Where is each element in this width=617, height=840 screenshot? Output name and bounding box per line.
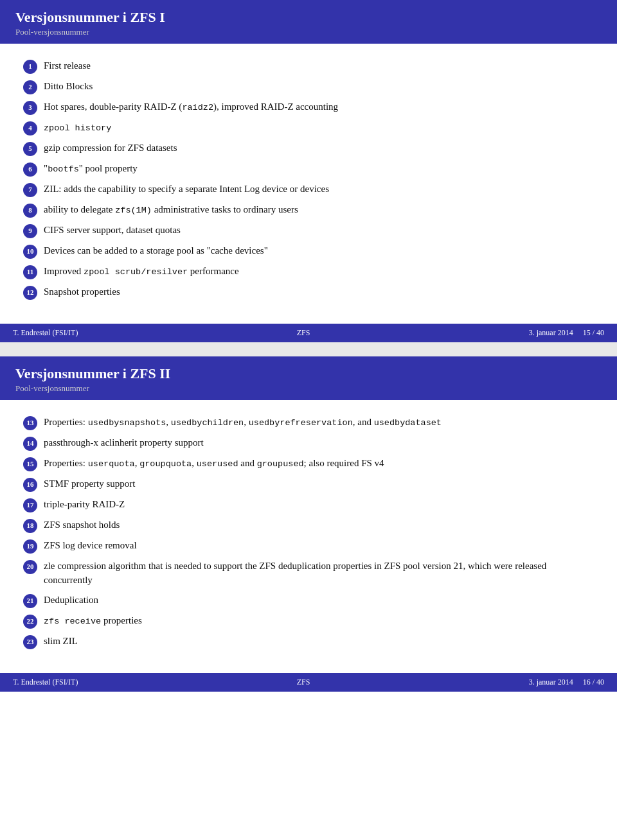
code-userquota: userquota (88, 459, 135, 469)
list-item: 20 zle compression algorithm that is nee… (23, 559, 594, 588)
list-item: 6 "bootfs" pool property (23, 162, 594, 177)
code-usedbychildren: usedbychildren (171, 418, 244, 428)
item-text: ZFS log device removal (44, 539, 594, 553)
footer-right: 3. januar 2014 15 / 40 (529, 328, 604, 338)
item-text: Properties: usedbysnapshots, usedbychild… (44, 416, 594, 430)
slide-1-subtitle: Pool-versjonsnummer (15, 27, 602, 37)
item-number: 16 (23, 478, 37, 492)
code-zpool-scrub: zpool scrub/resilver (84, 267, 188, 277)
list-item: 5 gzip compression for ZFS datasets (23, 141, 594, 156)
list-item: 3 Hot spares, double-parity RAID-Z (raid… (23, 100, 594, 115)
item-number: 22 (23, 615, 37, 629)
list-item: 18 ZFS snapshot holds (23, 518, 594, 533)
slide-1-title: Versjonsnummer i ZFS I (15, 9, 602, 26)
item-number: 11 (23, 265, 37, 279)
item-number: 21 (23, 594, 37, 608)
item-number: 9 (23, 224, 37, 238)
slide-2-list: 13 Properties: usedbysnapshots, usedbych… (23, 416, 594, 649)
item-text: zle compression algorithm that is needed… (44, 559, 594, 588)
item-text: Properties: userquota, groupquota, useru… (44, 457, 594, 471)
code-zfs1m: zfs(1M) (115, 206, 152, 215)
slide-1-header: Versjonsnummer i ZFS I Pool-versjonsnumm… (0, 0, 617, 44)
footer-left: T. Endrestøl (FSI/IT) (13, 678, 78, 687)
item-text: STMF property support (44, 477, 594, 491)
item-text: Ditto Blocks (44, 80, 594, 94)
item-number: 7 (23, 183, 37, 197)
item-number: 12 (23, 286, 37, 300)
slide-1-body: 1 First release 2 Ditto Blocks 3 Hot spa… (0, 59, 617, 312)
item-text: Hot spares, double-parity RAID-Z (raidz2… (44, 100, 594, 114)
item-text: zfs receive properties (44, 614, 594, 628)
item-number: 2 (23, 80, 37, 94)
item-text: First release (44, 59, 594, 73)
code-usedbydataset: usedbydataset (374, 418, 442, 428)
code-zpool-history: zpool history (44, 123, 111, 133)
slide-2-footer: T. Endrestøl (FSI/IT) ZFS 3. januar 2014… (0, 673, 617, 692)
slide-1: Versjonsnummer i ZFS I Pool-versjonsnumm… (0, 0, 617, 342)
list-item: 4 zpool history (23, 121, 594, 136)
item-number: 18 (23, 519, 37, 533)
item-text: ZFS snapshot holds (44, 518, 594, 532)
item-number: 14 (23, 437, 37, 451)
slide-2-body: 13 Properties: usedbysnapshots, usedbych… (0, 416, 617, 661)
list-item: 22 zfs receive properties (23, 614, 594, 629)
slide-1-list: 1 First release 2 Ditto Blocks 3 Hot spa… (23, 59, 594, 300)
list-item: 21 Deduplication (23, 593, 594, 608)
item-text: Snapshot properties (44, 285, 594, 299)
item-text: Deduplication (44, 593, 594, 608)
item-number: 6 (23, 162, 37, 177)
list-item: 1 First release (23, 59, 594, 74)
code-userused: userused (197, 459, 238, 469)
list-item: 13 Properties: usedbysnapshots, usedbych… (23, 416, 594, 430)
code-zfs-receive: zfs receive (44, 617, 101, 626)
item-number: 15 (23, 457, 37, 471)
slide-2-subtitle: Pool-versjonsnummer (15, 383, 602, 394)
item-number: 23 (23, 635, 37, 649)
item-text: CIFS server support, dataset quotas (44, 223, 594, 238)
item-text: slim ZIL (44, 634, 594, 649)
item-number: 20 (23, 560, 37, 574)
item-number: 8 (23, 204, 37, 218)
item-text: ZIL: adds the capability to specify a se… (44, 182, 594, 197)
item-text: triple-parity RAID-Z (44, 498, 594, 512)
list-item: 9 CIFS server support, dataset quotas (23, 223, 594, 238)
list-item: 8 ability to delegate zfs(1M) administra… (23, 203, 594, 218)
list-item: 12 Snapshot properties (23, 285, 594, 300)
list-item: 23 slim ZIL (23, 634, 594, 649)
code-raidz2: raidz2 (182, 103, 213, 112)
slide-2: Versjonsnummer i ZFS II Pool-versjonsnum… (0, 356, 617, 692)
item-number: 5 (23, 142, 37, 156)
list-item: 16 STMF property support (23, 477, 594, 492)
list-item: 15 Properties: userquota, groupquota, us… (23, 457, 594, 471)
slide-1-footer: T. Endrestøl (FSI/IT) ZFS 3. januar 2014… (0, 324, 617, 342)
item-text: passthrough-x aclinherit property suppor… (44, 436, 594, 450)
item-number: 10 (23, 245, 37, 259)
list-item: 10 Devices can be added to a storage poo… (23, 244, 594, 259)
code-groupused: groupused (257, 459, 304, 469)
item-number: 19 (23, 539, 37, 554)
slide-2-header: Versjonsnummer i ZFS II Pool-versjonsnum… (0, 356, 617, 400)
item-text: "bootfs" pool property (44, 162, 594, 176)
footer-right: 3. januar 2014 16 / 40 (529, 678, 604, 687)
item-number: 3 (23, 101, 37, 115)
item-number: 13 (23, 416, 37, 430)
item-number: 17 (23, 498, 37, 512)
list-item: 7 ZIL: adds the capability to specify a … (23, 182, 594, 197)
code-usedbyrefreservation: usedbyrefreservation (249, 418, 353, 428)
code-groupquota: groupquota (139, 459, 192, 469)
slide-2-title: Versjonsnummer i ZFS II (15, 365, 602, 382)
item-text: gzip compression for ZFS datasets (44, 141, 594, 155)
list-item: 11 Improved zpool scrub/resilver perform… (23, 265, 594, 279)
footer-center: ZFS (297, 328, 310, 338)
list-item: 14 passthrough-x aclinherit property sup… (23, 436, 594, 451)
footer-left: T. Endrestøl (FSI/IT) (13, 328, 78, 338)
slide-separator (0, 342, 617, 356)
list-item: 2 Ditto Blocks (23, 80, 594, 94)
item-text: Devices can be added to a storage pool a… (44, 244, 594, 258)
item-text: ability to delegate zfs(1M) administrati… (44, 203, 594, 217)
code-bootfs: bootfs (48, 164, 79, 174)
footer-center: ZFS (297, 678, 310, 687)
list-item: 19 ZFS log device removal (23, 539, 594, 554)
item-text: zpool history (44, 121, 594, 135)
code-usedbysnapshots: usedbysnapshots (88, 418, 166, 428)
